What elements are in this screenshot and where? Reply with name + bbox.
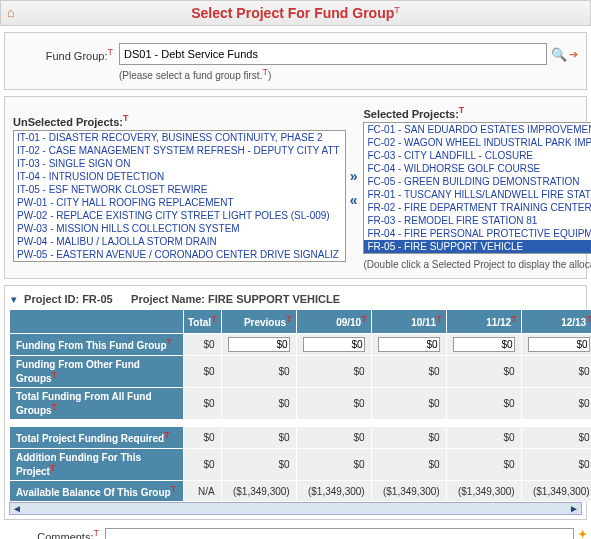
amount-cell: $0 — [446, 355, 521, 387]
amount-cell: $0 — [296, 355, 371, 387]
amount-cell: $0 — [446, 387, 521, 419]
row-header: Total Funding From All Fund GroupsT — [10, 387, 184, 419]
unselected-label: UnSelected Projects:T — [13, 113, 344, 128]
list-item[interactable]: IT-02 - CASE MANAGEMENT SYSTEM REFRESH -… — [14, 144, 345, 157]
amount-cell: $0 — [371, 355, 446, 387]
list-item[interactable]: PW-01 - CITY HALL ROOFING REPLACEMENT — [14, 196, 345, 209]
comments-textarea[interactable] — [105, 528, 574, 539]
row-header: Funding From Other Fund GroupsT — [10, 355, 184, 387]
amount-cell: $0 — [371, 448, 446, 480]
list-item[interactable]: FR-02 - FIRE DEPARTMENT TRAINING CENTER … — [364, 201, 591, 214]
amount-input[interactable] — [528, 337, 590, 352]
amount-cell: $0 — [184, 427, 222, 448]
amount-input[interactable] — [378, 337, 440, 352]
list-item[interactable]: PW-04 - MALIBU / LAJOLLA STORM DRAIN — [14, 235, 345, 248]
fund-group-label: Fund Group:T — [13, 47, 113, 62]
list-item[interactable]: FR-03 - REMODEL FIRE STATION 81 — [364, 214, 591, 227]
list-item[interactable]: FC-05 - GREEN BUILDING DEMONSTRATION — [364, 175, 591, 188]
amount-cell: N/A — [184, 480, 222, 501]
column-header: 11/12T — [446, 310, 521, 333]
list-item[interactable]: IT-05 - ESF NETWORK CLOSET REWIRE — [14, 183, 345, 196]
list-item[interactable]: IT-03 - SINGLE SIGN ON — [14, 157, 345, 170]
move-left-icon[interactable]: « — [350, 192, 358, 208]
amount-cell: $0 — [296, 387, 371, 419]
amount-cell: $0 — [296, 448, 371, 480]
row-header: Available Balance Of This GroupT — [10, 480, 184, 501]
project-bar: ▾ Project ID: FR-05 Project Name: FIRE S… — [9, 290, 582, 309]
column-header: 12/13T — [521, 310, 591, 333]
selected-listbox[interactable]: FC-01 - SAN EDUARDO ESTATES IMPROVEMENTS… — [363, 122, 591, 254]
amount-cell: $0 — [521, 427, 591, 448]
amount-cell: ($1,349,300) — [221, 480, 296, 501]
list-item[interactable]: PW-05 - EASTERN AVENUE / CORONADO CENTER… — [14, 248, 345, 261]
amount-cell: ($1,349,300) — [371, 480, 446, 501]
fund-group-section: Fund Group:T 🔍 ➔ (Please select a fund g… — [4, 32, 587, 90]
amount-input[interactable] — [303, 337, 365, 352]
list-item[interactable]: FR-05 - FIRE SUPPORT VEHICLE — [364, 240, 591, 253]
amount-cell: $0 — [371, 427, 446, 448]
row-header: Total Project Funding RequiredT — [10, 427, 184, 448]
selected-label: Selected Projects:T — [363, 105, 591, 120]
amount-cell: $0 — [521, 448, 591, 480]
list-item[interactable]: FR-01 - TUSCANY HILLS/LANDWELL FIRE STAT… — [364, 188, 591, 201]
column-header: PreviousT — [221, 310, 296, 333]
amount-cell: $0 — [446, 427, 521, 448]
scroll-left-icon[interactable]: ◄ — [12, 503, 22, 514]
amount-cell: ($1,349,300) — [296, 480, 371, 501]
page-header: ⌂ Select Project For Fund GroupT — [0, 0, 591, 26]
amount-cell: $0 — [221, 427, 296, 448]
allocation-section: ▾ Project ID: FR-05 Project Name: FIRE S… — [4, 285, 587, 520]
scroll-right-icon[interactable]: ► — [569, 503, 579, 514]
amount-cell: $0 — [221, 355, 296, 387]
horizontal-scrollbar[interactable]: ◄► — [9, 502, 582, 515]
fund-group-input[interactable] — [119, 43, 547, 65]
amount-input[interactable] — [228, 337, 290, 352]
amount-cell: $0 — [221, 448, 296, 480]
amount-cell: $0 — [184, 333, 222, 355]
unselected-listbox[interactable]: IT-01 - DISASTER RECOVERY, BUSINESS CONT… — [13, 130, 346, 262]
home-icon[interactable]: ⌂ — [7, 5, 15, 20]
selected-hint: (Double click a Selected Project to disp… — [363, 256, 591, 270]
go-icon[interactable]: ➔ — [569, 48, 578, 61]
amount-input[interactable] — [453, 337, 515, 352]
list-item[interactable]: FC-02 - WAGON WHEEL INDUSTRIAL PARK IMPR… — [364, 136, 591, 149]
page-title: Select Project For Fund Group — [191, 5, 394, 21]
amount-cell: $0 — [521, 387, 591, 419]
comments-label: Comments:T — [4, 528, 99, 539]
amount-cell: $0 — [221, 387, 296, 419]
fund-group-hint: (Please select a fund group first.T) — [119, 67, 578, 81]
list-item[interactable]: FC-03 - CITY LANDFILL - CLOSURE — [364, 149, 591, 162]
amount-cell: ($1,349,300) — [521, 480, 591, 501]
amount-cell: $0 — [184, 355, 222, 387]
list-item[interactable]: PW-03 - MISSION HILLS COLLECTION SYSTEM — [14, 222, 345, 235]
search-icon[interactable]: 🔍 — [551, 47, 567, 62]
list-item[interactable]: FC-01 - SAN EDUARDO ESTATES IMPROVEMENTS — [364, 123, 591, 136]
list-item[interactable]: FC-04 - WILDHORSE GOLF COURSE — [364, 162, 591, 175]
row-header: Addition Funding For This ProjectT — [10, 448, 184, 480]
amount-cell: $0 — [184, 387, 222, 419]
column-header: 10/11T — [371, 310, 446, 333]
project-lists-section: UnSelected Projects:T IT-01 - DISASTER R… — [4, 96, 587, 279]
list-item[interactable]: IT-04 - INTRUSION DETECTION — [14, 170, 345, 183]
amount-cell: $0 — [446, 448, 521, 480]
amount-cell: $0 — [371, 387, 446, 419]
collapse-icon[interactable]: ▾ — [11, 293, 17, 305]
add-comment-icon[interactable]: ✦ — [578, 528, 587, 539]
allocation-table: TotalTPreviousT09/10T10/11T11/12T12/13TF… — [9, 309, 591, 502]
list-item[interactable]: FR-04 - FIRE PERSONAL PROTECTIVE EQUIPME… — [364, 227, 591, 240]
amount-cell: ($1,349,300) — [446, 480, 521, 501]
move-right-icon[interactable]: » — [350, 168, 358, 184]
amount-cell: $0 — [296, 427, 371, 448]
list-item[interactable]: PW-02 - REPLACE EXISTING CITY STREET LIG… — [14, 209, 345, 222]
row-header: Funding From This Fund GroupT — [10, 333, 184, 355]
column-header: TotalT — [184, 310, 222, 333]
list-item[interactable]: IT-01 - DISASTER RECOVERY, BUSINESS CONT… — [14, 131, 345, 144]
amount-cell: $0 — [184, 448, 222, 480]
column-header: 09/10T — [296, 310, 371, 333]
footnote-marker: T — [394, 5, 400, 15]
amount-cell: $0 — [521, 355, 591, 387]
